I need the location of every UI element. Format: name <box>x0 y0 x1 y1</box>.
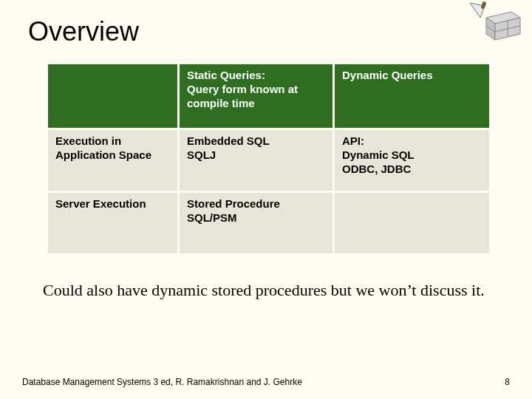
page-number: 8 <box>505 377 510 387</box>
cell: Embedded SQL SQLJ <box>179 129 334 192</box>
text: Execution in <box>55 134 121 147</box>
overview-table: Static Queries: Query form known at comp… <box>46 62 491 256</box>
footer-citation: Database Management Systems 3 ed, R. Ram… <box>22 377 302 387</box>
text: Static Queries: <box>187 69 265 81</box>
text: compile time <box>187 97 255 109</box>
text: SQL/PSM <box>187 211 237 224</box>
table-header-row: Static Queries: Query form known at comp… <box>47 64 491 129</box>
header-cell-blank <box>47 64 179 129</box>
row-label: Server Execution <box>47 192 179 255</box>
brick-trowel-icon <box>466 0 522 46</box>
cell: Stored Procedure SQL/PSM <box>179 192 334 255</box>
text: Dynamic SQL <box>342 149 415 161</box>
cell: API: Dynamic SQL ODBC, JDBC <box>334 129 491 192</box>
page-title: Overview <box>28 16 139 47</box>
slide: Overview <box>0 0 532 399</box>
text: ODBC, JDBC <box>342 163 411 175</box>
row-label: Execution in Application Space <box>47 129 179 192</box>
text: Stored Procedure <box>187 197 280 210</box>
text: SQLJ <box>187 149 216 161</box>
cell <box>334 192 491 255</box>
body-note: Could also have dynamic stored procedure… <box>43 281 486 300</box>
text: Query form known at <box>187 83 298 95</box>
header-cell-static: Static Queries: Query form known at comp… <box>179 64 334 129</box>
text: Application Space <box>55 149 151 161</box>
header-cell-dynamic: Dynamic Queries <box>334 64 491 129</box>
table-row: Server Execution Stored Procedure SQL/PS… <box>47 192 491 255</box>
text: Embedded SQL <box>187 134 270 147</box>
table-row: Execution in Application Space Embedded … <box>47 129 491 192</box>
text: API: <box>342 134 364 147</box>
